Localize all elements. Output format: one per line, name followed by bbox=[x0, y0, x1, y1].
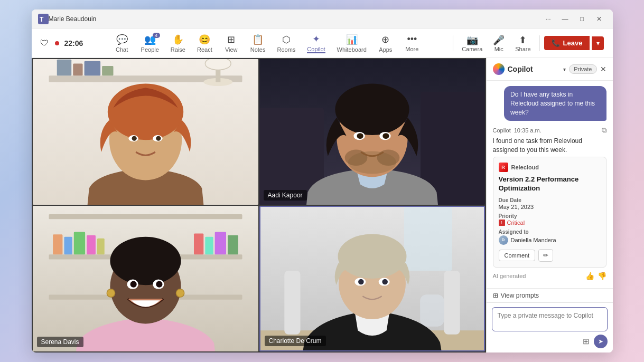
rooms-button[interactable]: ⬡ Rooms bbox=[272, 32, 301, 55]
teams-window: T Marie Beaudouin ··· — □ ✕ 🛡 22:06 💬 Ch… bbox=[32, 9, 613, 353]
svg-point-52 bbox=[130, 281, 136, 288]
shield-icon: 🛡 bbox=[40, 39, 49, 48]
apps-button[interactable]: ⊕ Apps bbox=[373, 32, 398, 55]
svg-text:T: T bbox=[40, 16, 44, 23]
svg-rect-44 bbox=[228, 235, 238, 255]
copilot-header: Copilot ▾ Private ✕ bbox=[487, 58, 613, 81]
toolbar-divider-2 bbox=[539, 35, 540, 51]
edit-button[interactable]: ✏ bbox=[538, 249, 553, 262]
svg-point-18 bbox=[156, 136, 161, 141]
more-options-button[interactable]: ··· bbox=[541, 13, 556, 25]
maximize-button[interactable]: □ bbox=[575, 13, 590, 25]
copilot-messages: Do I have any tasks in Relecloud assigne… bbox=[487, 81, 613, 288]
task-card: R Relecloud Version 2.2 Performance Opti… bbox=[493, 157, 606, 268]
copilot-button[interactable]: ✦ Copilot bbox=[302, 31, 330, 55]
leave-button[interactable]: 📞 Leave bbox=[544, 36, 590, 50]
svg-point-30 bbox=[357, 133, 363, 139]
due-date-value: May 21, 2023 bbox=[499, 204, 601, 210]
svg-rect-39 bbox=[87, 235, 96, 255]
svg-rect-40 bbox=[97, 239, 105, 255]
copilot-title: Copilot bbox=[508, 65, 561, 73]
minimize-button[interactable]: — bbox=[558, 13, 573, 25]
raise-button[interactable]: ✋ Raise bbox=[165, 32, 191, 55]
notes-icon: 📋 bbox=[252, 34, 264, 45]
video-background-4 bbox=[260, 207, 484, 350]
name-tag-4: Charlotte De Crum bbox=[265, 336, 326, 346]
participant-1-figure bbox=[33, 59, 258, 205]
video-grid: Aadi Kapoor bbox=[32, 58, 486, 353]
task-source: Relecloud bbox=[511, 164, 539, 170]
send-arrow-icon: ➤ bbox=[598, 338, 603, 345]
prompts-grid-icon: ⊞ bbox=[493, 292, 498, 299]
copilot-chevron-icon[interactable]: ▾ bbox=[563, 66, 566, 72]
raise-hand-icon: ✋ bbox=[172, 34, 184, 45]
svg-point-10 bbox=[205, 59, 231, 70]
due-date-field: Due Date May 21, 2023 bbox=[499, 197, 601, 210]
ai-generated-label: AI generated bbox=[493, 273, 526, 279]
thumbs-down-icon[interactable]: 👎 bbox=[598, 272, 606, 280]
svg-point-47 bbox=[110, 237, 181, 285]
leave-dropdown-button[interactable]: ▾ bbox=[592, 36, 604, 50]
private-badge: Private bbox=[569, 64, 596, 74]
copilot-bot-name: Copilot bbox=[493, 127, 511, 134]
svg-point-17 bbox=[132, 136, 136, 141]
video-tile-3: Serena Davis bbox=[33, 206, 258, 351]
task-title: Version 2.2 Performance Optimization bbox=[499, 175, 601, 193]
copilot-msg-time: 10:35 a.m. bbox=[514, 127, 542, 134]
user-message-bubble: Do I have any tasks in Relecloud assigne… bbox=[504, 86, 606, 121]
close-copilot-button[interactable]: ✕ bbox=[600, 65, 606, 73]
camera-button[interactable]: 📷 Camera bbox=[458, 32, 487, 54]
window-title: Marie Beaudouin bbox=[49, 15, 541, 23]
meeting-toolbar: 🛡 22:06 💬 Chat 👥 4 People ✋ Raise 😊 Reac… bbox=[32, 28, 613, 58]
people-button[interactable]: 👥 4 People bbox=[136, 32, 164, 55]
copilot-input-area: ⊞ ➤ bbox=[487, 302, 613, 353]
whiteboard-button[interactable]: 📊 Whiteboard bbox=[332, 32, 372, 55]
svg-rect-42 bbox=[205, 237, 213, 255]
close-button[interactable]: ✕ bbox=[592, 13, 606, 25]
svg-point-62 bbox=[338, 234, 406, 279]
teams-logo-icon: T bbox=[38, 14, 49, 24]
camera-icon: 📷 bbox=[466, 34, 478, 46]
svg-rect-57 bbox=[444, 271, 460, 335]
whiteboard-icon: 📊 bbox=[346, 34, 358, 45]
video-background-3 bbox=[33, 206, 258, 351]
mic-button[interactable]: 🎤 Mic bbox=[489, 32, 509, 54]
copy-icon[interactable]: ⧉ bbox=[602, 126, 606, 135]
copilot-logo-icon bbox=[493, 63, 505, 75]
send-button[interactable]: ➤ bbox=[594, 335, 608, 348]
copilot-message-input[interactable] bbox=[492, 307, 608, 331]
comment-button[interactable]: Comment bbox=[499, 250, 536, 261]
svg-rect-4 bbox=[57, 60, 71, 76]
priority-value: ! Critical bbox=[499, 220, 601, 226]
more-button[interactable]: ••• More bbox=[399, 32, 425, 54]
toolbar-divider bbox=[453, 35, 453, 51]
format-icon[interactable]: ⊞ bbox=[582, 336, 591, 347]
feedback-icons: 👍 👎 bbox=[585, 272, 606, 280]
assignee-row: D Daniella Mandera bbox=[499, 235, 601, 245]
view-button[interactable]: ⊞ View bbox=[219, 32, 244, 55]
svg-rect-7 bbox=[102, 66, 113, 75]
participant-3-figure bbox=[33, 206, 258, 351]
svg-rect-33 bbox=[49, 214, 242, 219]
react-button[interactable]: 😊 React bbox=[192, 32, 218, 55]
thumbs-up-icon[interactable]: 👍 bbox=[585, 272, 594, 280]
view-prompts-button[interactable]: ⊞ View prompts bbox=[487, 288, 613, 302]
svg-point-27 bbox=[377, 150, 399, 166]
rooms-icon: ⬡ bbox=[282, 34, 291, 45]
view-icon: ⊞ bbox=[227, 34, 235, 45]
copilot-input-actions: ⊞ ➤ bbox=[492, 335, 608, 348]
copilot-response: Copilot 10:35 a.m. ⧉ I found one task fr… bbox=[493, 126, 606, 280]
task-actions: Comment ✏ bbox=[499, 249, 601, 262]
title-bar: T Marie Beaudouin ··· — □ ✕ bbox=[32, 9, 613, 28]
more-icon: ••• bbox=[407, 34, 417, 45]
chat-button[interactable]: 💬 Chat bbox=[109, 32, 135, 55]
main-content: Aadi Kapoor bbox=[32, 58, 613, 353]
mic-icon: 🎤 bbox=[493, 34, 505, 46]
svg-rect-6 bbox=[84, 61, 100, 75]
assignee-name: Daniella Mandera bbox=[511, 237, 556, 243]
share-button[interactable]: ⬆ Share bbox=[511, 32, 535, 54]
svg-point-24 bbox=[335, 84, 409, 136]
notes-button[interactable]: 📋 Notes bbox=[245, 32, 271, 55]
assigned-label: Assigned to bbox=[499, 229, 601, 235]
svg-rect-37 bbox=[64, 237, 72, 255]
